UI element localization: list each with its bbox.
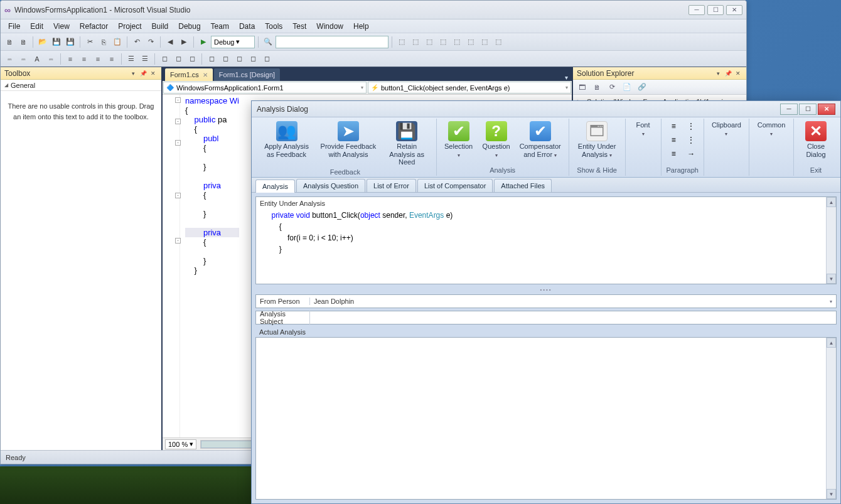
from-person-value[interactable]: Jean Dolphin xyxy=(310,298,826,305)
indent-icon[interactable]: → xyxy=(684,147,698,160)
menu-project[interactable]: Project xyxy=(113,21,146,32)
tool-icon-1[interactable]: ⬚ xyxy=(395,36,408,48)
tool-icon-2[interactable]: ⬚ xyxy=(409,36,422,48)
format-icon[interactable]: ≡ xyxy=(105,53,118,65)
menu-debug[interactable]: Debug xyxy=(173,21,205,32)
nav-back-icon[interactable]: ◀ xyxy=(164,36,176,48)
font-button[interactable]: Font▾ xyxy=(631,120,656,138)
menu-window[interactable]: Window xyxy=(311,21,348,32)
outdent-icon[interactable]: ≡ xyxy=(78,53,90,65)
extra-icon[interactable]: ◻ xyxy=(260,53,273,65)
tab-form1-design[interactable]: Form1.cs [Design] xyxy=(214,68,280,81)
close-icon[interactable]: ✕ xyxy=(203,72,208,78)
maximize-button[interactable]: ☐ xyxy=(799,104,817,115)
tab-list-compensator[interactable]: List of Compensator xyxy=(417,179,493,192)
find-icon[interactable]: 🔍 xyxy=(262,36,274,48)
menu-help[interactable]: Help xyxy=(348,21,374,32)
vertical-scrollbar[interactable]: ▲▼ xyxy=(826,197,836,284)
text-tool-icon[interactable]: ⎓ xyxy=(45,53,57,65)
question-button[interactable]: ? Question▾ xyxy=(479,120,513,159)
open-icon[interactable]: 📂 xyxy=(36,36,49,48)
extra-icon[interactable]: ◻ xyxy=(205,53,218,65)
clipboard-button[interactable]: Clipboard▾ xyxy=(709,120,744,138)
menu-tools[interactable]: Tools xyxy=(260,21,287,32)
tab-analysis[interactable]: Analysis xyxy=(255,180,295,193)
menu-data[interactable]: Data xyxy=(234,21,260,32)
member-combo[interactable]: ⚡ button1_Click(object sender, EventArgs… xyxy=(368,82,571,94)
config-combo[interactable]: Debug ▾ xyxy=(211,36,255,48)
pin-icon[interactable]: 📌 xyxy=(724,69,732,78)
comment-icon[interactable]: ☰ xyxy=(125,53,137,65)
tool-icon-6[interactable]: ⬚ xyxy=(464,36,477,48)
align-right-icon[interactable]: ≡ xyxy=(667,147,680,160)
view-code-icon[interactable]: 📄 xyxy=(621,82,633,93)
tab-dropdown-icon[interactable]: ▾ xyxy=(561,74,572,81)
tool-icon-3[interactable]: ⬚ xyxy=(423,36,436,48)
menu-test[interactable]: Test xyxy=(287,21,311,32)
copy-icon[interactable]: ⎘ xyxy=(97,36,110,48)
apply-analysis-button[interactable]: 👥 Apply Analysis as Feedback xyxy=(259,120,314,159)
zoom-combo[interactable]: 100 % ▾ xyxy=(165,439,196,449)
tool-icon-5[interactable]: ⬚ xyxy=(451,36,463,48)
dialog-titlebar[interactable]: Analysis Dialog ─ ☐ ✕ xyxy=(252,101,840,117)
tab-list-error[interactable]: List of Error xyxy=(367,179,416,192)
tab-attached-files[interactable]: Attached Files xyxy=(494,179,552,192)
align-center-icon[interactable]: ≡ xyxy=(667,134,680,146)
align-left-icon[interactable]: ≡ xyxy=(667,120,680,132)
close-dialog-button[interactable]: ✕ Close Dialog xyxy=(799,120,833,159)
minimize-button[interactable]: ─ xyxy=(688,5,705,15)
save-all-icon[interactable]: 💾 xyxy=(64,36,77,48)
tool-icon-8[interactable]: ⬚ xyxy=(492,36,505,48)
refresh-icon[interactable]: ⟳ xyxy=(606,82,618,93)
tab-analysis-question[interactable]: Analysis Question xyxy=(296,179,365,192)
nav-fwd-icon[interactable]: ▶ xyxy=(178,36,190,48)
actual-analysis-textarea[interactable]: ▲▼ xyxy=(255,337,837,500)
list-number-icon[interactable]: ⋮ xyxy=(684,134,698,146)
indent-icon[interactable]: ≡ xyxy=(64,53,77,65)
type-combo[interactable]: 🔷 WindowsFormsApplication1.Form1 ▾ xyxy=(163,82,367,94)
extra-icon[interactable]: ◻ xyxy=(219,53,232,65)
start-debug-icon[interactable]: ▶ xyxy=(197,36,210,48)
bookmark-icon[interactable]: ◻ xyxy=(186,53,198,65)
retain-analysis-button[interactable]: 💾 Retain Analysis as Need xyxy=(383,120,431,168)
dropdown-icon[interactable]: ▾ xyxy=(129,69,137,78)
save-icon[interactable]: 💾 xyxy=(50,36,63,48)
common-button[interactable]: Common▾ xyxy=(754,120,788,138)
toolbox-header[interactable]: Toolbox ▾ 📌 ✕ xyxy=(1,67,161,80)
add-item-icon[interactable]: 🗎 xyxy=(17,36,29,48)
text-tool-icon[interactable]: ⎓ xyxy=(17,53,29,65)
solution-explorer-header[interactable]: Solution Explorer ▾ 📌 ✕ xyxy=(573,67,746,80)
tab-form1-cs[interactable]: Form1.cs✕ xyxy=(165,68,213,81)
view-designer-icon[interactable]: 🔗 xyxy=(636,82,648,93)
new-project-icon[interactable]: 🗎 xyxy=(3,36,16,48)
menu-view[interactable]: View xyxy=(48,21,75,32)
find-combo[interactable] xyxy=(276,36,388,48)
menu-build[interactable]: Build xyxy=(147,21,174,32)
bookmark-icon[interactable]: ◻ xyxy=(158,53,171,65)
menu-refactor[interactable]: Refactor xyxy=(75,21,113,32)
redo-icon[interactable]: ↷ xyxy=(144,36,157,48)
undo-icon[interactable]: ↶ xyxy=(131,36,143,48)
dropdown-icon[interactable]: ▾ xyxy=(826,299,836,304)
tool-icon-4[interactable]: ⬚ xyxy=(437,36,449,48)
list-bullet-icon[interactable]: ⋮ xyxy=(684,120,698,132)
close-button[interactable]: ✕ xyxy=(818,104,835,115)
properties-icon[interactable]: 🗔 xyxy=(576,82,588,93)
minimize-button[interactable]: ─ xyxy=(780,104,798,115)
close-button[interactable]: ✕ xyxy=(726,5,742,15)
text-tool-icon[interactable]: A xyxy=(31,53,43,65)
bookmark-icon[interactable]: ◻ xyxy=(172,53,185,65)
uncomment-icon[interactable]: ☰ xyxy=(139,53,151,65)
paste-icon[interactable]: 📋 xyxy=(111,36,124,48)
menu-file[interactable]: File xyxy=(3,21,25,32)
extra-icon[interactable]: ◻ xyxy=(247,53,259,65)
provide-feedback-button[interactable]: ➤ Provide Feedback with Analysis xyxy=(318,120,378,159)
menu-team[interactable]: Team xyxy=(206,21,234,32)
splitter[interactable]: •••• xyxy=(255,287,837,292)
menu-edit[interactable]: Edit xyxy=(25,21,48,32)
selection-button[interactable]: ✔ Selection▾ xyxy=(442,120,476,159)
maximize-button[interactable]: ☐ xyxy=(707,5,724,15)
dropdown-icon[interactable]: ▾ xyxy=(714,69,722,78)
tool-icon-7[interactable]: ⬚ xyxy=(478,36,491,48)
vertical-scrollbar[interactable]: ▲▼ xyxy=(826,338,836,499)
